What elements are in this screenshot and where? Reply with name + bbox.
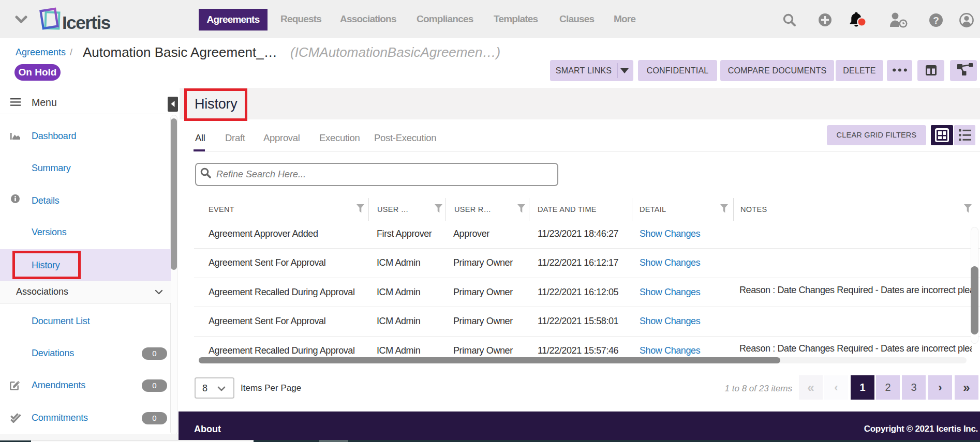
svg-text:?: ? xyxy=(933,15,939,26)
svg-text:Icertis: Icertis xyxy=(62,12,111,32)
